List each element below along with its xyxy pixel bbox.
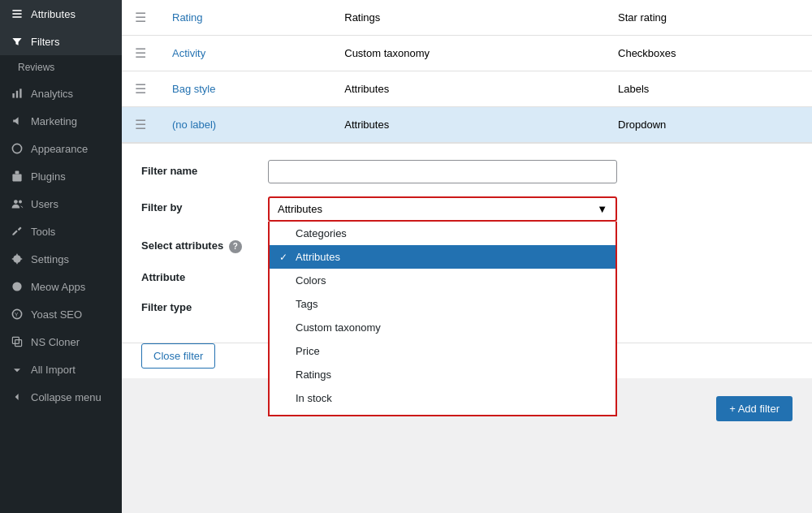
sidebar-label-marketing: Marketing — [31, 115, 77, 127]
svg-rect-7 — [15, 171, 19, 175]
check-custom-taxonomy — [279, 322, 291, 334]
filter-by-label: Filter by — [141, 196, 255, 213]
table-row: ☰ Bag style Attributes Labels — [122, 71, 812, 107]
sidebar-label-collapse: Collapse menu — [31, 391, 102, 403]
chart-icon — [10, 86, 24, 101]
sidebar-label-users: Users — [31, 198, 58, 210]
dropdown-item-custom-taxonomy[interactable]: Custom taxonomy — [270, 316, 615, 339]
dropdown-item-label: Colors — [296, 274, 326, 287]
add-filter-button[interactable]: + Add filter — [716, 396, 793, 421]
svg-text:Y: Y — [15, 311, 19, 318]
sidebar-item-meow-apps[interactable]: Meow Apps — [0, 273, 122, 300]
check-colors — [279, 275, 291, 287]
sidebar-item-filters[interactable]: Filters — [0, 28, 122, 55]
filter-link-activity[interactable]: Activity — [172, 47, 205, 59]
filter-display-no-label: Dropdown — [605, 107, 812, 143]
filter-link-rating[interactable]: Rating — [172, 11, 203, 24]
dropdown-trigger[interactable]: Attributes ▼ — [268, 196, 617, 222]
table-row: ☰ Activity Custom taxonomy Checkboxes — [122, 36, 812, 71]
filters-table: ☰ Rating Ratings Star rating ☰ Activity … — [122, 0, 812, 143]
filter-type-label: Filter type — [141, 296, 255, 313]
main-content: ☰ Rating Ratings Star rating ☰ Activity … — [122, 0, 812, 513]
drag-handle-no-label[interactable]: ☰ — [135, 118, 146, 131]
dropdown-item-attributes[interactable]: ✓ Attributes — [270, 245, 615, 269]
dropdown-item-label: Price — [296, 345, 320, 357]
svg-rect-4 — [16, 91, 18, 98]
filter-by-row: Filter by Attributes ▼ Categories ✓ A — [141, 196, 793, 222]
select-attributes-label: Select attributes ? — [141, 235, 255, 253]
dropdown-item-label: Categories — [296, 227, 347, 239]
dropdown-item-label: In stock — [296, 392, 332, 404]
dropdown-item-categories[interactable]: Categories — [270, 222, 615, 245]
filter-display-activity: Checkboxes — [605, 36, 812, 71]
dropdown-item-on-sale[interactable]: On sale — [270, 410, 615, 416]
dropdown-list: Categories ✓ Attributes Colors Tag — [268, 222, 617, 416]
filter-name-label: Filter name — [141, 160, 255, 177]
filter-type-no-label: Attributes — [331, 107, 605, 143]
sidebar-item-reviews[interactable]: Reviews — [0, 55, 122, 80]
sidebar-item-attributes[interactable]: Attributes — [0, 0, 122, 28]
sidebar-label-ns-cloner: NS Cloner — [31, 336, 80, 348]
filter-type-activity: Custom taxonomy — [331, 36, 605, 71]
filter-name-row: Filter name — [141, 160, 793, 183]
filter-display-rating: Star rating — [605, 0, 812, 36]
dropdown-item-tags[interactable]: Tags — [270, 292, 615, 316]
sidebar: Attributes Filters Reviews Analytics Mar… — [0, 0, 122, 513]
sidebar-item-ns-cloner[interactable]: NS Cloner — [0, 328, 122, 356]
filter-display-bag-style: Labels — [605, 71, 812, 107]
dropdown-item-label: Attributes — [296, 251, 340, 263]
sidebar-label-analytics: Analytics — [31, 88, 73, 100]
filter-name-input[interactable] — [268, 160, 617, 183]
drag-handle-bag-style[interactable]: ☰ — [135, 82, 146, 96]
dropdown-item-label: On sale — [296, 416, 332, 416]
check-on-sale — [279, 416, 291, 417]
chevron-down-icon: ▼ — [597, 203, 607, 215]
svg-rect-1 — [12, 13, 21, 15]
sidebar-item-users[interactable]: Users — [0, 190, 122, 218]
svg-point-6 — [12, 144, 21, 153]
attribute-label: Attribute — [141, 266, 255, 283]
help-icon[interactable]: ? — [229, 240, 242, 253]
sidebar-label-filters: Filters — [31, 36, 59, 48]
sidebar-label-reviews: Reviews — [18, 62, 54, 73]
dropdown-item-ratings[interactable]: Ratings — [270, 363, 615, 386]
filter-link-bag-style[interactable]: Bag style — [172, 83, 215, 95]
sidebar-item-appearance[interactable]: Appearance — [0, 135, 122, 162]
meow-icon — [10, 279, 24, 294]
settings-icon — [10, 252, 24, 266]
sidebar-item-tools[interactable]: Tools — [0, 218, 122, 245]
import-icon — [10, 362, 24, 377]
svg-point-12 — [12, 282, 21, 291]
sidebar-item-all-import[interactable]: All Import — [0, 356, 122, 383]
dropdown-item-price[interactable]: Price — [270, 339, 615, 363]
sidebar-item-collapse[interactable]: Collapse menu — [0, 383, 122, 411]
drag-handle-activity[interactable]: ☰ — [135, 46, 146, 60]
check-price — [279, 346, 291, 357]
sidebar-label-yoast: Yoast SEO — [31, 308, 82, 321]
svg-rect-3 — [12, 93, 14, 98]
yoast-icon: Y — [10, 307, 24, 321]
collapse-icon — [10, 390, 24, 404]
close-filter-button[interactable]: Close filter — [141, 343, 215, 369]
svg-rect-8 — [12, 175, 21, 182]
filter-type-rating: Ratings — [331, 0, 605, 36]
drag-handle-rating[interactable]: ☰ — [135, 11, 146, 24]
table-row-highlighted: ☰ (no label) Attributes Dropdown — [122, 107, 812, 143]
check-in-stock — [279, 393, 291, 404]
sidebar-item-analytics[interactable]: Analytics — [0, 80, 122, 107]
svg-rect-2 — [12, 16, 21, 18]
sidebar-label-meow-apps: Meow Apps — [31, 281, 85, 293]
svg-rect-0 — [12, 10, 21, 11]
filter-by-dropdown[interactable]: Attributes ▼ Categories ✓ Attributes — [268, 196, 617, 222]
sidebar-item-yoast-seo[interactable]: Y Yoast SEO — [0, 300, 122, 328]
sidebar-item-settings[interactable]: Settings — [0, 245, 122, 273]
sidebar-label-attributes: Attributes — [31, 8, 76, 20]
dropdown-item-colors[interactable]: Colors — [270, 269, 615, 292]
plugin-icon — [10, 169, 24, 183]
check-attributes: ✓ — [279, 252, 291, 263]
sidebar-item-plugins[interactable]: Plugins — [0, 162, 122, 190]
sidebar-item-marketing[interactable]: Marketing — [0, 107, 122, 135]
dropdown-selected-value: Attributes — [278, 203, 322, 215]
filter-link-no-label[interactable]: (no label) — [172, 119, 216, 131]
dropdown-item-in-stock[interactable]: In stock — [270, 386, 615, 410]
